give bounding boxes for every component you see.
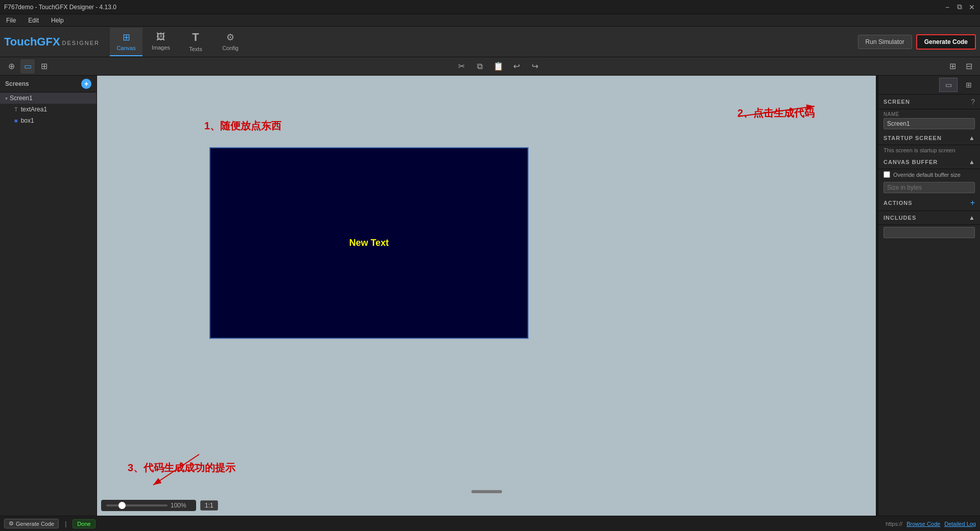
tab-images-label: Images [152, 44, 170, 51]
includes-header[interactable]: INCLUDES ▲ [878, 211, 980, 225]
secondary-toolbar: ⊕ ▭ ⊞ ✂ ⧉ 📋 ↩ ↪ ⊞ ⊟ [0, 57, 980, 76]
chevron-icon: ▾ [5, 96, 8, 101]
box-icon: ■ [14, 118, 18, 124]
main-toolbar: TouchGFX DESIGNER ⊞ Canvas 🖼 Images T Te… [0, 27, 980, 57]
redo-button[interactable]: ↪ [528, 59, 542, 74]
minimize-button[interactable]: − [943, 3, 951, 11]
add-action-button[interactable]: + [970, 198, 975, 207]
toolbar-right: Run Simulator Generate Code [858, 34, 976, 50]
screen-section-header[interactable]: SCREEN ? [878, 95, 980, 109]
status-generate-button[interactable]: ⚙ Generate Code [4, 519, 59, 528]
menu-help[interactable]: Help [49, 16, 66, 25]
zoom-control: 100% [101, 500, 196, 511]
name-field-container: NAME [878, 109, 980, 131]
override-buffer-checkbox[interactable] [883, 171, 890, 178]
annotation-2: 2、点击生成代码 [737, 106, 815, 120]
images-icon: 🖼 [156, 32, 165, 42]
tab-config-label: Config [222, 45, 238, 51]
tab-canvas-label: Canvas [116, 45, 135, 51]
secondary-toolbar-center: ✂ ⧉ 📋 ↩ ↪ [455, 59, 542, 74]
actions-header: ACTIONS + [878, 195, 980, 211]
status-generate-label: Generate Code [16, 521, 54, 527]
add-widget-button[interactable]: ⊕ [4, 59, 18, 74]
detailed-log-link[interactable]: Detailed Log [944, 521, 976, 527]
tab-texts-label: Texts [189, 46, 202, 52]
canvas-hscroll[interactable] [471, 490, 502, 493]
screen-section-label: SCREEN [883, 99, 910, 105]
includes-input[interactable] [883, 227, 975, 238]
box1-label: box1 [21, 117, 34, 124]
status-url: https:// [886, 521, 902, 527]
menubar: File Edit Help [0, 14, 980, 27]
override-buffer-row: Override default buffer size [878, 169, 980, 180]
texts-icon: T [192, 31, 199, 44]
titlebar-title: F767demo - TouchGFX Designer - 4.13.0 [4, 4, 116, 11]
includes-label: INCLUDES [883, 215, 916, 221]
canvas-new-text: New Text [349, 238, 389, 248]
browse-code-link[interactable]: Browse Code [906, 521, 940, 527]
main-content: Screens + ▾ Screen1 T textArea1 ■ box1 1… [0, 76, 980, 516]
annotation-1: 1、随便放点东西 [204, 119, 281, 133]
config-icon: ⚙ [226, 32, 234, 43]
menu-file[interactable]: File [4, 16, 18, 25]
secondary-toolbar-left: ⊕ ▭ ⊞ [4, 59, 51, 74]
titlebar-controls: − ⧉ ✕ [943, 3, 976, 11]
startup-screen-header[interactable]: STARTUP SCREEN ▲ [878, 131, 980, 145]
close-button[interactable]: ✕ [968, 3, 976, 11]
zoom-percentage: 100% [171, 502, 191, 509]
paste-button[interactable]: 📋 [491, 59, 506, 74]
right-panel-view-btn[interactable]: ⊞ [945, 59, 960, 74]
cut-button[interactable]: ✂ [455, 59, 469, 74]
screens-label: Screens [5, 80, 29, 87]
size-in-bytes-field [878, 180, 980, 195]
right-panel: ▭ ⊞ SCREEN ? NAME STARTUP SCREEN ▲ This … [878, 76, 980, 516]
tab-canvas[interactable]: ⊞ Canvas [110, 28, 142, 56]
tab-images[interactable]: 🖼 Images [145, 28, 177, 56]
tab-texts[interactable]: T Texts [179, 28, 212, 56]
menu-edit[interactable]: Edit [26, 16, 41, 25]
startup-screen-label: STARTUP SCREEN [883, 135, 942, 141]
screen1-label: Screen1 [10, 95, 33, 102]
generate-code-button[interactable]: Generate Code [916, 34, 976, 50]
annotation-3: 3、代码生成成功的提示 [128, 461, 235, 475]
undo-button[interactable]: ↩ [510, 59, 524, 74]
status-done-button[interactable]: Done [73, 519, 95, 528]
statusbar: ⚙ Generate Code | Done https:// Browse C… [0, 516, 980, 531]
screen-child-textarea1[interactable]: T textArea1 [0, 104, 97, 115]
zoom-slider[interactable] [106, 504, 168, 506]
screen-child-box1[interactable]: ■ box1 [0, 115, 97, 126]
name-input[interactable] [883, 118, 975, 129]
grid-view-button[interactable]: ⊞ [37, 59, 51, 74]
brand-designer: DESIGNER [62, 40, 100, 46]
right-panel-alt-btn[interactable]: ⊟ [962, 59, 976, 74]
right-panel-top: ▭ ⊞ [878, 76, 980, 95]
left-sidebar: Screens + ▾ Screen1 T textArea1 ■ box1 [0, 76, 97, 516]
zoom-ratio[interactable]: 1:1 [200, 500, 218, 511]
screen-help-button[interactable]: ? [971, 98, 975, 106]
statusbar-left: ⚙ Generate Code | Done [4, 519, 95, 528]
run-simulator-button[interactable]: Run Simulator [858, 35, 912, 49]
copy-button[interactable]: ⧉ [473, 59, 487, 74]
status-generate-icon: ⚙ [9, 520, 14, 527]
canvas-area[interactable]: 1、随便放点东西 2、点击生成代码 New Text 3、代码生成成功的提示 [97, 76, 876, 516]
canvas-icon: ⊞ [123, 32, 130, 43]
startup-screen-text: This screen is startup screen [878, 145, 980, 155]
actions-label: ACTIONS [883, 200, 913, 206]
titlebar: F767demo - TouchGFX Designer - 4.13.0 − … [0, 0, 980, 14]
restore-button[interactable]: ⧉ [955, 3, 964, 11]
canvas-buffer-collapse-icon: ▲ [969, 158, 975, 166]
screen-item-screen1[interactable]: ▾ Screen1 [0, 93, 97, 104]
size-in-bytes-input[interactable] [883, 182, 975, 193]
canvas-buffer-header[interactable]: CANVAS BUFFER ▲ [878, 155, 980, 169]
tab-config[interactable]: ⚙ Config [214, 28, 247, 56]
canvas-display: New Text [209, 147, 529, 339]
statusbar-right: https:// Browse Code Detailed Log [886, 521, 976, 527]
canvas-bottom-bar: 100% 1:1 [97, 495, 876, 516]
textarea-icon: T [14, 106, 18, 112]
textarea1-label: textArea1 [21, 106, 47, 113]
add-screen-button[interactable]: + [81, 79, 91, 89]
panel-view-normal-button[interactable]: ▭ [939, 78, 958, 92]
panel-view-alt-button[interactable]: ⊞ [960, 78, 978, 92]
normal-view-button[interactable]: ▭ [20, 59, 35, 74]
toolbar-left: TouchGFX DESIGNER ⊞ Canvas 🖼 Images T Te… [4, 28, 247, 56]
